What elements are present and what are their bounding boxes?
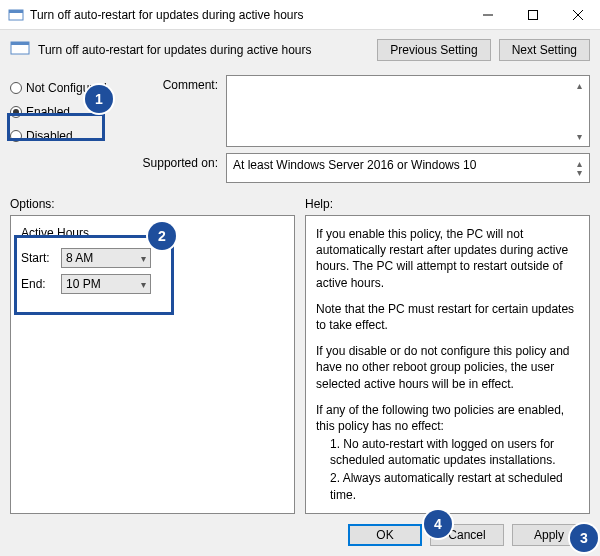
start-time-select[interactable]: 8 AM ▾ — [61, 248, 151, 268]
next-setting-button[interactable]: Next Setting — [499, 39, 590, 61]
help-text: 2. Always automatically restart at sched… — [316, 470, 579, 502]
help-label: Help: — [305, 197, 590, 211]
ok-button[interactable]: OK — [348, 524, 422, 546]
help-text: If any of the following two policies are… — [316, 402, 579, 434]
start-label: Start: — [21, 251, 55, 265]
maximize-button[interactable] — [510, 0, 555, 29]
end-label: End: — [21, 277, 55, 291]
callout-badge-2: 2 — [148, 222, 176, 250]
svg-rect-7 — [11, 42, 29, 45]
start-time-value: 8 AM — [66, 251, 93, 265]
radio-icon — [10, 82, 22, 94]
help-panel: If you enable this policy, the PC will n… — [305, 215, 590, 514]
scroll-down-icon[interactable]: ▾ — [572, 165, 587, 180]
radio-icon — [10, 130, 22, 142]
scroll-up-icon[interactable]: ▴ — [572, 78, 587, 93]
comment-label: Comment: — [128, 75, 218, 147]
help-text: If you enable this policy, the PC will n… — [316, 226, 579, 291]
chevron-down-icon: ▾ — [141, 279, 146, 290]
supported-on-text: At least Windows Server 2016 or Windows … — [233, 158, 476, 172]
help-text: Note that the PC must restart for certai… — [316, 301, 579, 333]
options-panel: Active Hours Start: 8 AM ▾ End: 10 PM ▾ — [10, 215, 295, 514]
svg-rect-3 — [528, 10, 537, 19]
options-label: Options: — [10, 197, 295, 211]
titlebar: Turn off auto-restart for updates during… — [0, 0, 600, 30]
callout-badge-4: 4 — [424, 510, 452, 538]
help-text: 1. No auto-restart with logged on users … — [316, 436, 579, 468]
callout-badge-3: 3 — [570, 524, 598, 552]
policy-icon — [10, 38, 30, 61]
end-time-value: 10 PM — [66, 277, 101, 291]
radio-label: Enabled — [26, 105, 70, 119]
radio-icon — [10, 106, 22, 118]
minimize-button[interactable] — [465, 0, 510, 29]
chevron-down-icon: ▾ — [141, 253, 146, 264]
svg-rect-1 — [9, 10, 23, 13]
comment-textarea[interactable]: ▴ ▾ — [226, 75, 590, 147]
window-title: Turn off auto-restart for updates during… — [30, 8, 465, 22]
help-text: If you disable or do not configure this … — [316, 343, 579, 392]
supported-on-box: At least Windows Server 2016 or Windows … — [226, 153, 590, 183]
previous-setting-button[interactable]: Previous Setting — [377, 39, 490, 61]
close-button[interactable] — [555, 0, 600, 29]
policy-subtitle: Turn off auto-restart for updates during… — [38, 43, 311, 57]
radio-disabled[interactable]: Disabled — [10, 129, 122, 143]
window-icon — [8, 7, 24, 23]
callout-badge-1: 1 — [85, 85, 113, 113]
scroll-down-icon[interactable]: ▾ — [572, 129, 587, 144]
supported-label: Supported on: — [128, 153, 218, 183]
end-time-select[interactable]: 10 PM ▾ — [61, 274, 151, 294]
radio-label: Disabled — [26, 129, 73, 143]
